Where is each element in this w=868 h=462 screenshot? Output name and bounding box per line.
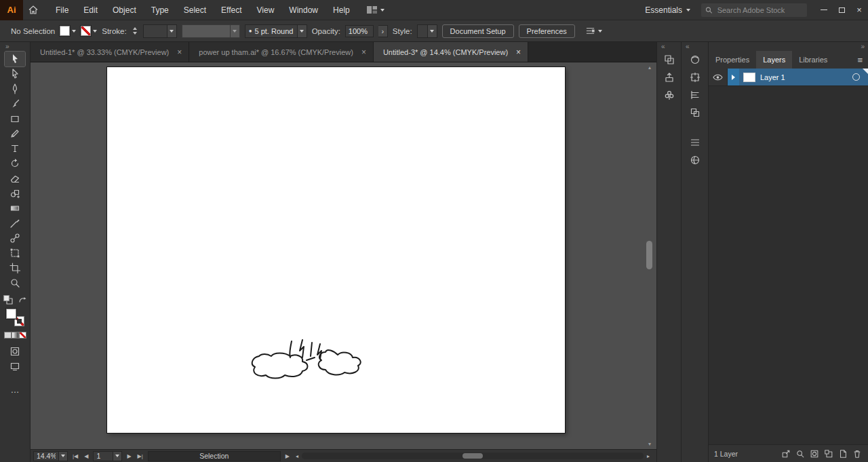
layer-row[interactable]: Layer 1 bbox=[709, 69, 868, 86]
zoom-dropdown-button[interactable] bbox=[58, 452, 67, 461]
type-tool[interactable] bbox=[5, 141, 25, 156]
preferences-button[interactable]: Preferences bbox=[519, 24, 575, 38]
shape-builder-tool[interactable] bbox=[5, 186, 25, 201]
stroke-weight-stepper[interactable] bbox=[132, 27, 138, 35]
menu-file[interactable]: File bbox=[56, 5, 68, 15]
panel-menu-icon[interactable]: ≡ bbox=[852, 51, 868, 69]
drawing-modes-button[interactable] bbox=[5, 344, 25, 359]
rotate-tool[interactable] bbox=[5, 156, 25, 171]
home-button[interactable] bbox=[23, 0, 43, 20]
artboard[interactable] bbox=[107, 67, 565, 433]
rectangle-tool[interactable] bbox=[5, 111, 25, 126]
zoom-tool[interactable] bbox=[5, 275, 25, 290]
artboard-tool[interactable] bbox=[5, 261, 25, 275]
last-artboard-button[interactable]: ▶| bbox=[136, 453, 144, 459]
vertical-scrollbar-track[interactable] bbox=[646, 71, 654, 441]
layer-thumbnail[interactable] bbox=[743, 73, 755, 82]
symbols-panel-button[interactable] bbox=[661, 87, 677, 103]
next-artboard-button[interactable]: ▶ bbox=[125, 453, 132, 459]
document-tab-2[interactable]: power up tham.ai* @ 16.67% (CMYK/Preview… bbox=[189, 42, 374, 62]
menu-object[interactable]: Object bbox=[113, 5, 136, 15]
color-panel-button[interactable] bbox=[687, 52, 703, 68]
gradient-tool[interactable] bbox=[5, 201, 25, 216]
stroke-color-control[interactable] bbox=[81, 26, 97, 36]
artboard-dropdown-button[interactable] bbox=[113, 452, 121, 461]
blend-tool[interactable] bbox=[5, 231, 25, 246]
close-button[interactable]: × bbox=[850, 0, 868, 20]
scroll-up-icon[interactable]: ▴ bbox=[648, 64, 651, 71]
options-control[interactable] bbox=[585, 26, 602, 36]
delete-layer-button[interactable] bbox=[850, 448, 864, 460]
close-icon[interactable]: × bbox=[361, 47, 366, 57]
visibility-toggle[interactable] bbox=[709, 69, 728, 85]
layer-name[interactable]: Layer 1 bbox=[760, 73, 785, 81]
fill-swatch-icon[interactable] bbox=[6, 309, 16, 319]
vertical-scrollbar-thumb[interactable] bbox=[646, 241, 652, 269]
scroll-down-icon[interactable]: ▾ bbox=[648, 441, 651, 447]
zoom-input[interactable] bbox=[34, 452, 58, 461]
search-input[interactable] bbox=[716, 5, 803, 15]
eraser-tool[interactable] bbox=[5, 171, 25, 186]
fill-color-control[interactable] bbox=[60, 26, 76, 36]
expand-dock-button[interactable]: « bbox=[657, 42, 665, 52]
style-select[interactable] bbox=[417, 24, 437, 38]
pathfinder-panel-button[interactable] bbox=[687, 104, 703, 121]
appearance-panel-button[interactable] bbox=[687, 134, 703, 151]
gradient-button[interactable] bbox=[12, 332, 19, 339]
new-layer-button[interactable] bbox=[835, 448, 850, 460]
menu-help[interactable]: Help bbox=[333, 5, 350, 15]
free-transform-tool[interactable] bbox=[5, 246, 25, 261]
menu-edit[interactable]: Edit bbox=[83, 5, 98, 15]
default-fill-stroke-icon[interactable] bbox=[3, 294, 14, 305]
status-menu-button[interactable]: ▶ bbox=[284, 453, 291, 459]
direct-selection-tool[interactable] bbox=[5, 66, 25, 81]
artboard-number-input[interactable] bbox=[94, 452, 113, 461]
none-button[interactable] bbox=[19, 332, 26, 339]
clipping-mask-button[interactable] bbox=[807, 448, 821, 460]
layer-target-icon[interactable] bbox=[852, 73, 860, 81]
brush-definition-select[interactable]: ● 5 pt. Round bbox=[245, 24, 307, 38]
expand-dock-button[interactable]: « bbox=[682, 42, 689, 52]
selection-tool[interactable] bbox=[5, 52, 25, 66]
layer-selected-area[interactable]: Layer 1 bbox=[728, 69, 868, 85]
tab-libraries[interactable]: Libraries bbox=[792, 51, 834, 69]
horizontal-scrollbar-track[interactable] bbox=[302, 453, 644, 459]
artboards-panel-button[interactable] bbox=[661, 52, 677, 68]
style-dropdown-button[interactable] bbox=[427, 25, 437, 37]
menu-select[interactable]: Select bbox=[184, 5, 206, 15]
screen-mode-button[interactable] bbox=[5, 359, 25, 374]
pen-tool[interactable] bbox=[5, 81, 25, 96]
close-icon[interactable]: × bbox=[516, 47, 521, 57]
menu-view[interactable]: View bbox=[257, 5, 275, 15]
fill-stroke-control[interactable] bbox=[6, 309, 24, 326]
maximize-button[interactable] bbox=[833, 0, 850, 20]
tab-layers[interactable]: Layers bbox=[756, 51, 792, 69]
vertical-scrollbar[interactable]: ▴ ▾ bbox=[646, 64, 654, 447]
eyedropper-tool[interactable] bbox=[5, 216, 25, 231]
brush-dropdown-button[interactable] bbox=[297, 25, 307, 37]
swap-fill-stroke-icon[interactable] bbox=[17, 294, 28, 305]
minimize-button[interactable] bbox=[815, 0, 833, 20]
menu-effect[interactable]: Effect bbox=[221, 5, 241, 15]
transform-panel-button[interactable] bbox=[687, 69, 703, 85]
close-icon[interactable]: × bbox=[177, 47, 182, 57]
arrange-documents-control[interactable] bbox=[366, 5, 384, 14]
artboard-navigation-control[interactable] bbox=[93, 451, 122, 461]
new-sublayer-button[interactable] bbox=[821, 448, 835, 460]
first-artboard-button[interactable]: |◀ bbox=[71, 453, 79, 459]
workspace-switcher[interactable]: Essentials bbox=[645, 5, 690, 15]
stroke-weight-select[interactable] bbox=[143, 24, 177, 38]
previous-artboard-button[interactable]: ◀ bbox=[83, 453, 90, 459]
toolbar-expand-button[interactable]: » bbox=[0, 42, 9, 52]
stroke-weight-dropdown-button[interactable] bbox=[167, 25, 176, 37]
pencil-tool[interactable] bbox=[5, 126, 25, 141]
collect-for-export-button[interactable] bbox=[778, 448, 793, 460]
horizontal-scrollbar-thumb[interactable] bbox=[462, 453, 483, 459]
pencil-drawing[interactable] bbox=[250, 337, 365, 381]
document-setup-button[interactable]: Document Setup bbox=[442, 24, 514, 38]
paintbrush-tool[interactable] bbox=[5, 96, 25, 111]
align-panel-button[interactable] bbox=[687, 87, 703, 103]
document-tab-1[interactable]: Untitled-1* @ 33.33% (CMYK/Preview) × bbox=[31, 42, 189, 62]
collapse-panels-button[interactable]: » bbox=[861, 42, 864, 51]
opacity-options-button[interactable]: › bbox=[378, 25, 388, 37]
